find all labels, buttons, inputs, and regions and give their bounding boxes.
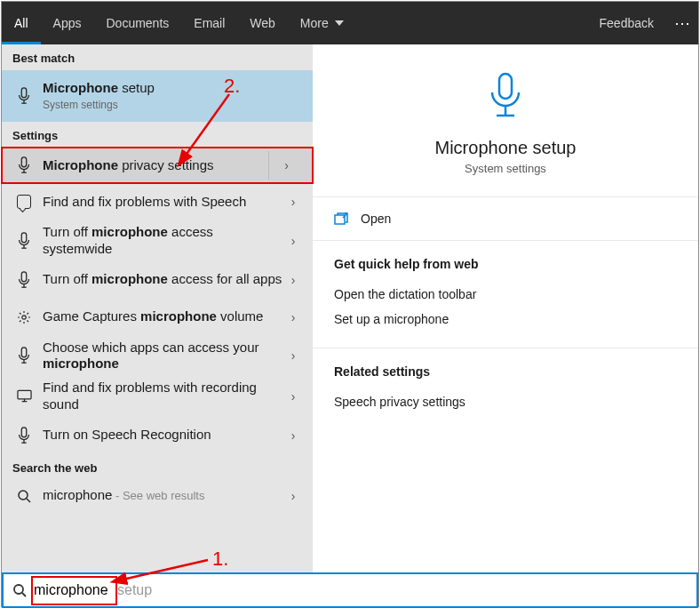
search-input[interactable]: [28, 582, 689, 598]
chevron-right-icon: ›: [282, 273, 304, 287]
chevron-right-icon: ›: [282, 310, 304, 324]
chevron-right-icon: ›: [282, 348, 304, 363]
svg-point-8: [19, 491, 28, 500]
chevron-down-icon: [333, 16, 344, 30]
help-link-dictation[interactable]: Open the dictation toolbar: [334, 282, 677, 307]
gear-icon: [14, 310, 34, 324]
result-best-match[interactable]: Microphone setup System settings: [2, 70, 313, 122]
tab-apps[interactable]: Apps: [41, 2, 94, 44]
microphone-icon-large: [486, 71, 525, 121]
result-recording-problems[interactable]: Find and fix problems with recording sou…: [2, 376, 313, 417]
chevron-right-icon: ›: [282, 389, 304, 404]
monitor-icon: [14, 389, 34, 403]
preview-panel: Microphone setup System settings Open Ge…: [313, 44, 698, 572]
result-text: Find and fix problems with recording sou…: [34, 380, 282, 413]
ellipsis-icon[interactable]: ⋯: [666, 2, 698, 44]
svg-rect-0: [21, 88, 26, 98]
related-heading: Related settings: [334, 364, 677, 379]
best-match-title-bold: Microphone: [43, 80, 118, 95]
result-text-rest: access for all apps: [168, 271, 282, 286]
microphone-icon: [14, 232, 34, 250]
svg-point-11: [14, 585, 23, 594]
result-text-pre: Choose which apps can access your: [43, 340, 259, 355]
result-text-bold: microphone: [91, 224, 168, 239]
section-best-match: Best match: [2, 44, 313, 70]
result-turn-off-all-apps[interactable]: Turn off microphone access for all apps …: [2, 261, 313, 299]
help-link-setup-mic[interactable]: Set up a microphone: [334, 307, 677, 332]
result-text-pre: Turn off: [43, 271, 91, 286]
tab-more-label: More: [300, 16, 329, 30]
tab-web[interactable]: Web: [237, 2, 288, 44]
chevron-right-icon: ›: [268, 151, 304, 180]
search-results-panel: Best match Microphone setup System setti…: [2, 44, 313, 572]
result-text-bold: Microphone: [43, 157, 118, 172]
microphone-icon: [14, 87, 34, 105]
result-text-rest: volume: [217, 308, 264, 324]
microphone-icon: [14, 427, 34, 444]
result-game-captures[interactable]: Game Captures microphone volume ›: [2, 299, 313, 336]
tab-more[interactable]: More: [288, 2, 356, 44]
related-link-speech-privacy[interactable]: Speech privacy settings: [334, 389, 677, 414]
result-speech-problems[interactable]: Find and fix problems with Speech ›: [2, 183, 313, 220]
web-term: microphone: [43, 487, 112, 502]
feedback-button[interactable]: Feedback: [587, 2, 666, 44]
result-text: Find and fix problems with Speech: [34, 194, 282, 211]
help-heading: Get quick help from web: [334, 257, 677, 271]
svg-rect-7: [21, 427, 26, 436]
microphone-icon: [14, 156, 34, 174]
chevron-right-icon: ›: [282, 428, 304, 443]
tab-all[interactable]: All: [2, 2, 41, 44]
web-hint: - See web results: [112, 489, 204, 502]
microphone-icon: [14, 271, 34, 289]
chevron-right-icon: ›: [282, 234, 304, 248]
result-text-pre: Turn off: [43, 224, 91, 239]
svg-rect-5: [21, 348, 26, 357]
result-text-bold: microphone: [43, 356, 119, 371]
microphone-icon: [14, 347, 34, 364]
svg-rect-6: [17, 391, 30, 399]
search-icon: [11, 583, 28, 597]
svg-rect-3: [21, 271, 26, 281]
result-text-rest: privacy settings: [118, 157, 214, 172]
chevron-right-icon: ›: [282, 489, 304, 503]
chevron-right-icon: ›: [282, 195, 304, 209]
result-turn-off-systemwide[interactable]: Turn off microphone access systemwide ›: [2, 220, 313, 261]
result-web-search[interactable]: microphone - See web results ›: [2, 480, 313, 512]
section-search-web: Search the web: [2, 454, 313, 480]
result-privacy-settings[interactable]: Microphone privacy settings ›: [2, 148, 313, 183]
result-text-pre: Game Captures: [43, 308, 140, 324]
svg-rect-9: [499, 74, 512, 99]
open-icon: [334, 212, 348, 225]
result-text-bold: microphone: [91, 271, 168, 286]
result-text: Turn on Speech Recognition: [34, 427, 282, 444]
svg-rect-10: [335, 215, 345, 224]
search-bar[interactable]: setup: [2, 572, 698, 608]
search-icon: [14, 489, 34, 503]
svg-point-4: [22, 315, 26, 318]
svg-rect-1: [21, 157, 26, 167]
svg-rect-2: [21, 233, 26, 243]
open-button[interactable]: Open: [313, 197, 698, 241]
preview-title: Microphone setup: [313, 138, 698, 158]
result-choose-apps[interactable]: Choose which apps can access your microp…: [2, 336, 313, 377]
best-match-sub: System settings: [43, 99, 304, 112]
open-label: Open: [361, 212, 391, 226]
best-match-title-rest: setup: [118, 80, 155, 95]
result-text-bold: microphone: [140, 308, 217, 324]
tab-email[interactable]: Email: [181, 2, 237, 44]
preview-subtitle: System settings: [313, 162, 698, 175]
speech-icon: [14, 195, 34, 209]
top-tabs: All Apps Documents Email Web More Feedba…: [2, 2, 698, 44]
result-speech-recognition[interactable]: Turn on Speech Recognition ›: [2, 417, 313, 454]
tab-documents[interactable]: Documents: [93, 2, 181, 44]
section-settings: Settings: [2, 122, 313, 148]
